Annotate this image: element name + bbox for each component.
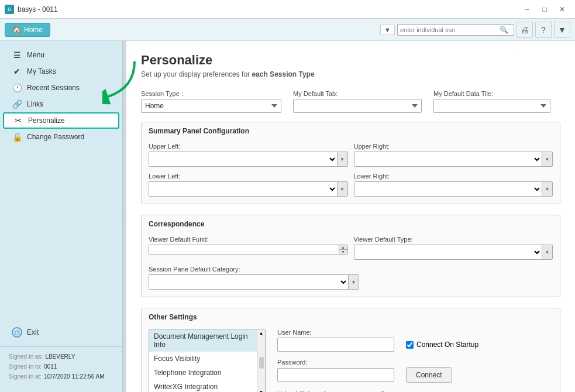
session-pane-wrapper: ▼: [149, 274, 359, 290]
correspondence-section: Correspondence Viewer Default Fund: ▲ ▼: [141, 215, 560, 297]
session-pane-select[interactable]: [149, 275, 348, 289]
upper-left-select-wrapper: ▼: [149, 152, 348, 167]
my-default-data-tile-group: My Default Data Tile:: [433, 90, 550, 113]
sidebar: ☰ Menu ✔ My Tasks 🕐 Recent Sessions 🔗 Li…: [0, 41, 123, 392]
lower-left-arrow[interactable]: ▼: [337, 182, 347, 196]
sidebar-item-links[interactable]: 🔗 Links: [0, 96, 122, 112]
my-default-tab-label: My Default Tab:: [293, 90, 422, 97]
username-input[interactable]: [277, 338, 394, 352]
title-bar-controls: − □ ✕: [519, 3, 570, 16]
session-type-row: Session Type : Home My Default Tab: My D…: [141, 90, 560, 113]
sidebar-item-personalize[interactable]: ✂ Personalize: [3, 112, 119, 129]
session-type-group: Session Type : Home: [141, 90, 281, 113]
session-type-label: Session Type :: [141, 90, 281, 97]
sidebar-item-menu[interactable]: ☰ Menu: [0, 47, 122, 63]
title-bar: B basys - 0011 − □ ✕: [0, 0, 575, 19]
my-default-tab-select[interactable]: [293, 99, 422, 113]
maximize-button[interactable]: □: [536, 3, 553, 16]
correspondence-top-row: Viewer Default Fund: ▲ ▼ Viewer Default …: [149, 236, 553, 260]
my-default-tab-group: My Default Tab:: [293, 90, 422, 113]
session-pane-arrow[interactable]: ▼: [348, 275, 359, 289]
menu-dropdown-button[interactable]: ▼: [554, 22, 570, 38]
settings-list-item-focus[interactable]: Focus Visibility: [149, 352, 265, 366]
other-settings-body: Document Management Login Info Focus Vis…: [142, 324, 560, 392]
viewer-fund-up[interactable]: ▲: [339, 245, 347, 250]
viewer-fund-down[interactable]: ▼: [339, 250, 347, 254]
exit-button[interactable]: ⏻ Exit: [12, 327, 111, 338]
scroll-down-arrow[interactable]: ▼: [259, 390, 264, 392]
sidebar-item-my-tasks[interactable]: ✔ My Tasks: [0, 63, 122, 80]
app-icon: B: [5, 5, 14, 14]
settings-list-item-writerxg[interactable]: WriterXG Integration: [149, 380, 265, 392]
title-bar-title: basys - 0011: [18, 5, 58, 13]
my-default-data-tile-label: My Default Data Tile:: [433, 90, 550, 97]
lower-right-arrow[interactable]: ▼: [542, 182, 552, 196]
scroll-up-arrow[interactable]: ▲: [259, 331, 264, 336]
search-icon[interactable]: 🔍: [500, 26, 508, 34]
search-input[interactable]: [400, 26, 500, 33]
search-bar: 🔍: [397, 24, 514, 36]
close-button[interactable]: ✕: [554, 3, 570, 16]
upper-left-label: Upper Left:: [149, 143, 348, 150]
lower-right-select[interactable]: [354, 182, 542, 196]
viewer-default-fund-group: Viewer Default Fund: ▲ ▼: [149, 236, 348, 260]
main-layout: ☰ Menu ✔ My Tasks 🕐 Recent Sessions 🔗 Li…: [0, 41, 575, 392]
print-button[interactable]: 🖨: [517, 22, 533, 38]
connect-button[interactable]: Connect: [406, 367, 452, 383]
lower-left-select[interactable]: [149, 182, 337, 196]
session-pane-group: Session Pane Default Category: ▼: [149, 266, 359, 290]
other-settings-section: Other Settings Document Management Login…: [141, 308, 560, 392]
lower-right-select-wrapper: ▼: [354, 181, 553, 197]
page-subtitle: Set up your display preferences for each…: [141, 70, 560, 78]
help-button[interactable]: ?: [535, 22, 552, 38]
upper-left-arrow[interactable]: ▼: [337, 152, 347, 166]
toolbar: 🏠 Home ▼ 🔍 🖨 ? ▼: [0, 19, 575, 41]
viewer-default-type-wrapper: ▼: [354, 245, 553, 260]
correspondence-header: Correspondence: [142, 215, 560, 231]
home-button[interactable]: 🏠 Home: [5, 23, 50, 37]
sidebar-item-recent-sessions[interactable]: 🕐 Recent Sessions: [0, 80, 122, 96]
exit-icon: ⏻: [12, 327, 22, 338]
lower-left-label: Lower Left:: [149, 173, 348, 180]
connect-on-startup-checkbox[interactable]: [406, 341, 414, 349]
session-type-select[interactable]: Home: [141, 99, 281, 113]
filter-dropdown[interactable]: ▼: [380, 25, 395, 35]
viewer-default-type-label: Viewer Default Type:: [354, 236, 553, 243]
home-icon: 🏠: [12, 26, 21, 34]
settings-list-item-doc-mgmt[interactable]: Document Management Login Info: [149, 329, 265, 352]
settings-list-scrollbar[interactable]: ▲ ▼: [257, 329, 265, 392]
upper-left-group: Upper Left: ▼: [149, 143, 348, 167]
viewer-default-fund-label: Viewer Default Fund:: [149, 236, 348, 243]
username-label: User Name:: [277, 329, 553, 336]
viewer-default-fund-select-wrapper: ▲ ▼: [149, 245, 348, 255]
upper-right-select[interactable]: [354, 152, 542, 166]
personalize-icon: ✂: [13, 116, 23, 125]
viewer-type-arrow[interactable]: ▼: [542, 245, 552, 259]
signed-in-info: Signed-in as: LBEVERLY Signed-in to: 001…: [0, 346, 122, 386]
content-area: Personalize Set up your display preferen…: [126, 41, 575, 392]
links-icon: 🔗: [12, 100, 22, 108]
password-input[interactable]: [277, 368, 394, 382]
lower-left-select-wrapper: ▼: [149, 181, 348, 197]
recent-sessions-icon: 🕐: [12, 84, 22, 92]
minimize-button[interactable]: −: [519, 3, 535, 16]
page-title: Personalize: [141, 53, 560, 68]
upper-left-select[interactable]: [149, 152, 337, 166]
summary-panel-header: Summary Panel Configuration: [142, 122, 560, 138]
username-row: User Name: Connect On Startup: [277, 329, 553, 352]
settings-right: User Name: Connect On Startup Password:: [277, 329, 553, 392]
connect-on-startup-row: Connect On Startup: [406, 341, 478, 349]
viewer-default-type-select[interactable]: [354, 245, 542, 259]
lower-left-group: Lower Left: ▼: [149, 173, 348, 197]
my-default-data-tile-select[interactable]: [433, 99, 550, 113]
upper-right-select-wrapper: ▼: [354, 152, 553, 167]
sidebar-item-change-password[interactable]: 🔒 Change Password: [0, 129, 122, 145]
upper-right-arrow[interactable]: ▼: [542, 152, 552, 166]
menu-icon: ☰: [12, 51, 22, 59]
green-arrow-decoration: [126, 59, 137, 105]
viewer-default-fund-value: [149, 245, 339, 254]
settings-list-item-telephone[interactable]: Telephone Integration: [149, 366, 265, 380]
lock-icon: 🔒: [12, 133, 22, 141]
correspondence-body: Viewer Default Fund: ▲ ▼ Viewer Default …: [142, 231, 560, 297]
other-settings-layout: Document Management Login Info Focus Vis…: [149, 329, 553, 392]
